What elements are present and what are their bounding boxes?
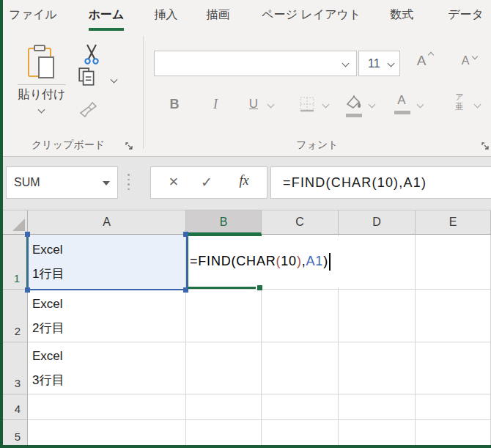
- borders-chevron-icon[interactable]: [322, 101, 330, 109]
- formula-token: =FIND(CHAR: [190, 254, 276, 268]
- font-color-button[interactable]: A: [393, 93, 410, 108]
- font-dialog-launcher[interactable]: [481, 141, 490, 150]
- cell-c4[interactable]: [262, 394, 339, 420]
- font-group-label: フォント: [144, 139, 491, 152]
- cell-c2[interactable]: [262, 290, 339, 342]
- font-color-letter: A: [397, 93, 405, 107]
- range-handle[interactable]: [25, 232, 30, 237]
- font-buttons-row: B I U: [144, 90, 491, 124]
- cell-e2[interactable]: [416, 290, 491, 342]
- font-color-chevron-icon[interactable]: [417, 101, 424, 109]
- cell-a3[interactable]: Excel 3行目: [28, 342, 186, 394]
- phonetic-guide-button[interactable]: ア 亜: [451, 92, 468, 111]
- cell-c3[interactable]: [262, 342, 339, 394]
- cell-e3[interactable]: [416, 342, 491, 394]
- tab-insert[interactable]: 挿入: [154, 7, 177, 28]
- grow-font-button[interactable]: A: [405, 53, 438, 75]
- paste-label[interactable]: 貼り付け: [9, 87, 75, 103]
- select-all-triangle-icon: [12, 219, 25, 231]
- grid-row-3: Excel 3行目: [28, 342, 491, 394]
- cell-a4[interactable]: [28, 394, 186, 420]
- col-header-b[interactable]: B: [186, 210, 262, 235]
- font-size-value: 11: [368, 57, 380, 70]
- range-handle[interactable]: [25, 287, 30, 293]
- row-header-2[interactable]: 2: [0, 290, 28, 342]
- phonetic-chevron-icon[interactable]: [474, 101, 481, 109]
- formula-bar-input[interactable]: =FIND(CHAR(10),A1): [270, 166, 491, 199]
- select-all-button[interactable]: [0, 210, 28, 235]
- clipboard-dialog-launcher[interactable]: [125, 141, 134, 150]
- borders-button[interactable]: [299, 96, 315, 115]
- row-header-1[interactable]: 1: [0, 235, 28, 290]
- column-headers: A B C D E: [0, 210, 491, 235]
- tab-data[interactable]: データ: [448, 7, 484, 28]
- bold-button[interactable]: B: [164, 93, 185, 117]
- fill-color-button[interactable]: [344, 95, 363, 115]
- name-box[interactable]: SUM: [6, 166, 118, 199]
- formula-token-ref: A1: [306, 254, 324, 268]
- cell-b2[interactable]: [186, 290, 262, 342]
- range-reference-border: [27, 233, 188, 290]
- paste-dropdown-chevron-icon[interactable]: [38, 106, 45, 114]
- col-header-a[interactable]: A: [28, 210, 186, 235]
- range-handle[interactable]: [183, 232, 188, 237]
- cell-d2[interactable]: [339, 290, 416, 342]
- col-header-c[interactable]: C: [262, 210, 339, 235]
- row-header-4[interactable]: 4: [0, 394, 28, 420]
- col-header-d[interactable]: D: [339, 210, 416, 235]
- cancel-button[interactable]: ×: [160, 172, 187, 191]
- tab-home[interactable]: ホーム: [89, 7, 125, 31]
- font-size-chevron-icon: [388, 60, 395, 67]
- italic-button[interactable]: I: [205, 93, 226, 117]
- tab-page-layout[interactable]: ページ レイアウト: [262, 7, 361, 28]
- range-handle[interactable]: [183, 287, 188, 293]
- fill-handle[interactable]: [257, 285, 262, 290]
- col-header-e[interactable]: E: [416, 210, 491, 235]
- enter-button[interactable]: ✓: [193, 174, 220, 191]
- fill-color-chevron-icon[interactable]: [369, 101, 376, 109]
- window-bottom-edge: [0, 445, 491, 448]
- paste-button[interactable]: [26, 45, 59, 81]
- formula-token: ): [323, 254, 328, 268]
- cell-b4[interactable]: [186, 394, 262, 420]
- cell-c5[interactable]: [262, 420, 339, 448]
- tab-file[interactable]: ファイル: [9, 7, 57, 28]
- cell-b1-edit-overlay[interactable]: =FIND(CHAR(10),A1): [188, 236, 361, 287]
- tab-formulas[interactable]: 数式: [390, 7, 413, 28]
- dialog-launcher-icon: [125, 142, 134, 151]
- phonetic-bottom: 亜: [451, 102, 468, 111]
- cell-e5[interactable]: [416, 420, 491, 448]
- grow-font-caret-icon: [428, 52, 434, 58]
- font-color-bar: [394, 111, 410, 114]
- cell-d4[interactable]: [339, 394, 416, 420]
- name-box-dropdown-icon[interactable]: [103, 181, 110, 186]
- active-cell-border: [188, 287, 256, 289]
- font-name-combobox[interactable]: [154, 51, 357, 76]
- cell-a2[interactable]: Excel 2行目: [28, 290, 186, 342]
- formula-bar-resizer[interactable]: [128, 174, 130, 193]
- cut-button[interactable]: [82, 43, 101, 68]
- cell-e4[interactable]: [416, 394, 491, 420]
- cell-b3[interactable]: [186, 342, 262, 394]
- underline-chevron-icon[interactable]: [267, 101, 275, 109]
- cell-d5[interactable]: [339, 420, 416, 448]
- tab-draw[interactable]: 描画: [206, 7, 229, 28]
- text-caret: [329, 253, 331, 271]
- copy-button[interactable]: [77, 67, 97, 90]
- font-size-combobox[interactable]: 11: [358, 51, 400, 76]
- cell-a3-line2: 3行目: [32, 368, 185, 392]
- insert-function-button[interactable]: fx: [229, 173, 259, 188]
- row-header-5[interactable]: 5: [0, 420, 28, 448]
- font-group: 11 A A B I U: [144, 33, 491, 157]
- cell-d3[interactable]: [339, 342, 416, 394]
- cell-a5[interactable]: [28, 420, 186, 448]
- row-header-3[interactable]: 3: [0, 342, 28, 394]
- underline-button[interactable]: U: [243, 93, 264, 117]
- cell-e1[interactable]: [416, 235, 491, 290]
- formula-bar-strip: SUM × ✓ fx =FIND(CHAR(10),A1): [0, 157, 491, 210]
- copy-dropdown-chevron-icon[interactable]: [111, 76, 118, 84]
- cell-b5[interactable]: [186, 420, 262, 448]
- shrink-font-button[interactable]: A: [449, 54, 481, 75]
- cell-a2-line1: Excel: [32, 292, 185, 316]
- format-painter-button[interactable]: [78, 100, 100, 122]
